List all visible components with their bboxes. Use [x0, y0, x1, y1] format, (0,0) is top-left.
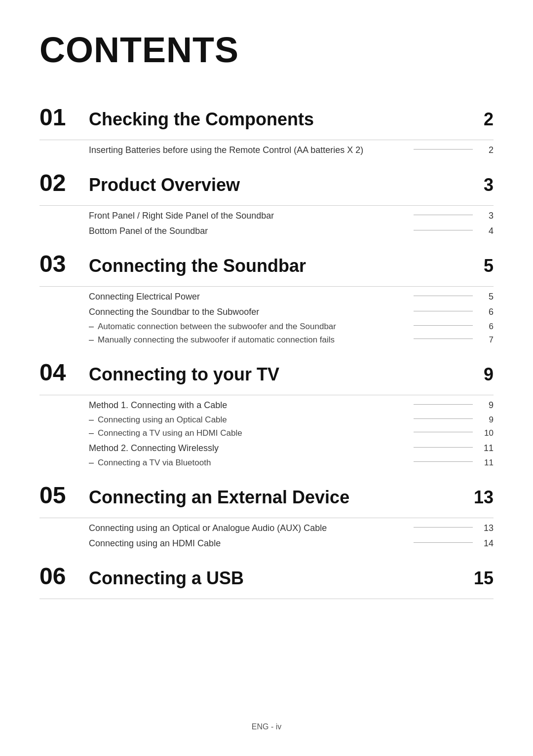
section-05: 05Connecting an External Device13Connect… — [39, 473, 494, 549]
section-number-06: 06 — [39, 563, 89, 590]
entry-dots-04-0 — [414, 404, 473, 405]
entries-04: Method 1. Connecting with a Cable9–Conne… — [39, 400, 494, 468]
entry-text-01-0: Inserting Batteries before using the Rem… — [89, 145, 408, 155]
entry-page-03-1: 6 — [479, 307, 494, 317]
sub-entry-04-0-0: –Connecting using an Optical Cable9 — [89, 415, 494, 425]
sub-dash-03-1-1: – — [89, 335, 94, 345]
entry-02-1: Bottom Panel of the Soundbar4 — [89, 226, 494, 236]
sub-page-04-1-0: 11 — [479, 458, 494, 468]
sub-entry-03-1-1: –Manually connecting the subwoofer if au… — [89, 335, 494, 345]
entry-dots-05-0 — [414, 527, 473, 528]
entry-text-05-0: Connecting using an Optical or Analogue … — [89, 523, 408, 533]
entry-text-02-0: Front Panel / Right Side Panel of the So… — [89, 211, 408, 221]
section-page-04: 9 — [464, 364, 494, 385]
section-number-05: 05 — [39, 482, 89, 509]
section-number-04: 04 — [39, 359, 89, 386]
entry-page-04-1: 11 — [479, 443, 494, 454]
section-header-05: 05Connecting an External Device13 — [39, 473, 494, 509]
sub-page-04-0-1: 10 — [479, 428, 494, 438]
sub-dash-04-0-0: – — [89, 415, 94, 425]
entry-text-05-1: Connecting using an HDMI Cable — [89, 538, 408, 549]
section-number-01: 01 — [39, 104, 89, 131]
entry-dots-02-0 — [414, 215, 473, 215]
entry-page-02-0: 3 — [479, 211, 494, 221]
sub-page-04-0-0: 9 — [479, 415, 494, 425]
sub-dash-03-1-0: – — [89, 321, 94, 332]
divider-02 — [39, 205, 494, 206]
entry-05-0: Connecting using an Optical or Analogue … — [89, 523, 494, 533]
section-02: 02Product Overview3Front Panel / Right S… — [39, 160, 494, 236]
sub-text-03-1-0: Automatic connection between the subwoof… — [98, 322, 408, 332]
divider-05 — [39, 518, 494, 518]
entry-page-04-0: 9 — [479, 400, 494, 411]
entry-page-02-1: 4 — [479, 226, 494, 236]
section-title-03: Connecting the Soundbar — [89, 256, 464, 276]
section-header-02: 02Product Overview3 — [39, 160, 494, 196]
entry-text-04-1: Method 2. Connecting Wirelessly — [89, 443, 408, 454]
section-header-03: 03Connecting the Soundbar5 — [39, 241, 494, 277]
entry-04-0: Method 1. Connecting with a Cable9 — [89, 400, 494, 411]
entry-02-0: Front Panel / Right Side Panel of the So… — [89, 211, 494, 221]
section-page-02: 3 — [464, 175, 494, 195]
entry-03-1: Connecting the Soundbar to the Subwoofer… — [89, 307, 494, 317]
section-06: 06Connecting a USB15 — [39, 554, 494, 599]
entry-text-02-1: Bottom Panel of the Soundbar — [89, 226, 408, 236]
section-04: 04Connecting to your TV9Method 1. Connec… — [39, 350, 494, 468]
entry-01-0: Inserting Batteries before using the Rem… — [89, 145, 494, 155]
section-page-05: 13 — [464, 487, 494, 508]
section-page-01: 2 — [464, 109, 494, 130]
entry-page-01-0: 2 — [479, 145, 494, 155]
sub-text-04-0-0: Connecting using an Optical Cable — [98, 415, 408, 425]
entry-04-1: Method 2. Connecting Wirelessly11 — [89, 443, 494, 454]
entry-dots-03-0 — [414, 296, 473, 296]
section-number-03: 03 — [39, 250, 89, 277]
sub-text-03-1-1: Manually connecting the subwoofer if aut… — [98, 335, 408, 345]
entries-05: Connecting using an Optical or Analogue … — [39, 523, 494, 549]
divider-06 — [39, 599, 494, 599]
section-title-01: Checking the Components — [89, 109, 464, 130]
sub-dots-04-0-1 — [414, 432, 473, 432]
section-title-02: Product Overview — [89, 175, 464, 195]
section-01: 01Checking the Components2Inserting Batt… — [39, 95, 494, 155]
section-03: 03Connecting the Soundbar5Connecting Ele… — [39, 241, 494, 345]
divider-04 — [39, 395, 494, 395]
section-header-04: 04Connecting to your TV9 — [39, 350, 494, 386]
sub-dots-04-1-0 — [414, 461, 473, 462]
entry-page-05-1: 14 — [479, 538, 494, 549]
sub-text-04-1-0: Connecting a TV via Bluetooth — [98, 458, 408, 468]
entry-dots-05-1 — [414, 542, 473, 543]
section-title-06: Connecting a USB — [89, 568, 464, 589]
sub-dash-04-1-0: – — [89, 457, 94, 468]
entries-01: Inserting Batteries before using the Rem… — [39, 145, 494, 155]
entry-05-1: Connecting using an HDMI Cable14 — [89, 538, 494, 549]
entry-dots-02-1 — [414, 230, 473, 230]
entries-02: Front Panel / Right Side Panel of the So… — [39, 211, 494, 236]
sub-dots-03-1-1 — [414, 339, 473, 339]
entries-03: Connecting Electrical Power5Connecting t… — [39, 292, 494, 345]
sub-entry-03-1-0: –Automatic connection between the subwoo… — [89, 321, 494, 332]
section-header-06: 06Connecting a USB15 — [39, 554, 494, 590]
entry-text-04-0: Method 1. Connecting with a Cable — [89, 400, 408, 411]
divider-03 — [39, 286, 494, 287]
divider-01 — [39, 140, 494, 140]
sub-dots-04-0-0 — [414, 418, 473, 419]
sub-dots-03-1-0 — [414, 325, 473, 326]
section-page-06: 15 — [464, 568, 494, 589]
entry-dots-03-1 — [414, 311, 473, 311]
page-title: CONTENTS — [39, 30, 494, 70]
entry-text-03-0: Connecting Electrical Power — [89, 292, 408, 302]
entry-text-03-1: Connecting the Soundbar to the Subwoofer — [89, 307, 408, 317]
entry-dots-01-0 — [414, 149, 473, 150]
sub-page-03-1-1: 7 — [479, 335, 494, 345]
sub-entry-04-0-1: –Connecting a TV using an HDMI Cable10 — [89, 428, 494, 438]
entry-page-03-0: 5 — [479, 292, 494, 302]
entry-dots-04-1 — [414, 447, 473, 448]
sub-page-03-1-0: 6 — [479, 322, 494, 332]
sub-dash-04-0-1: – — [89, 428, 94, 438]
section-number-02: 02 — [39, 169, 89, 196]
section-header-01: 01Checking the Components2 — [39, 95, 494, 131]
footer: ENG - iv — [0, 722, 533, 731]
toc-container: 01Checking the Components2Inserting Batt… — [39, 95, 494, 599]
sub-entry-04-1-0: –Connecting a TV via Bluetooth11 — [89, 457, 494, 468]
section-page-03: 5 — [464, 256, 494, 276]
